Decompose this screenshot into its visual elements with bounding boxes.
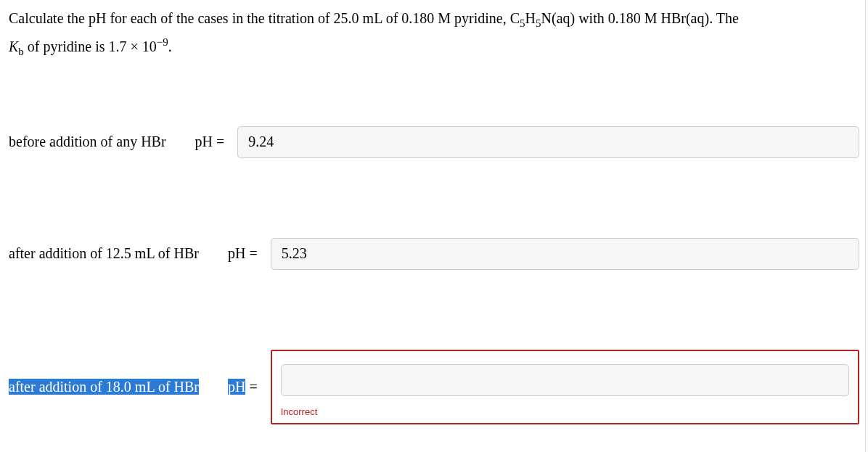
ph-input-1[interactable] — [237, 126, 859, 158]
ph-equals: pH = — [228, 245, 258, 262]
divider — [865, 0, 866, 452]
row-after-12-5-ml: after addition of 12.5 mL of HBr pH = — [9, 238, 859, 270]
row-label: after addition of 18.0 mL of HBr — [9, 379, 199, 395]
ph-input-2[interactable] — [271, 238, 859, 270]
row-after-18-ml: after addition of 18.0 mL of HBr pH = In… — [9, 350, 859, 424]
feedback-incorrect: Incorrect — [281, 406, 849, 417]
row-before-any-hbr: before addition of any HBr pH = — [9, 126, 859, 158]
incorrect-container: Incorrect — [271, 350, 859, 424]
row-label: after addition of 12.5 mL of HBr — [9, 245, 199, 262]
ph-equals: pH = — [195, 133, 225, 150]
ph-input-3[interactable] — [281, 364, 849, 396]
ph-equals: pH = — [228, 379, 258, 395]
question-text: Calculate the pH for each of the cases i… — [9, 6, 859, 61]
row-label: before addition of any HBr — [9, 133, 166, 150]
